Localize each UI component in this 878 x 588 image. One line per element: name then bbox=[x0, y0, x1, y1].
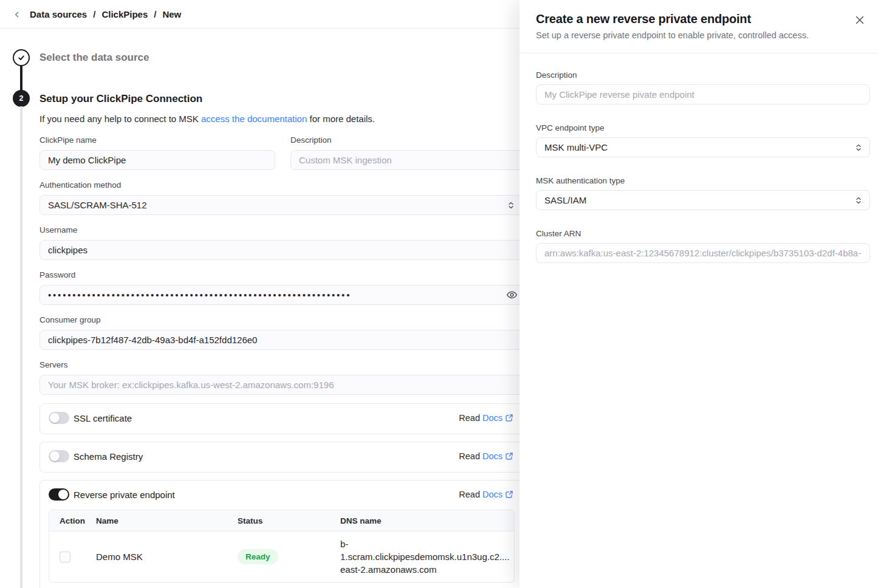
ssl-certificate-toggle[interactable] bbox=[49, 412, 69, 424]
reverse-private-endpoint-toggle[interactable] bbox=[49, 488, 69, 501]
chevron-updown-icon bbox=[855, 196, 862, 205]
authentication-method-label: Authentication method bbox=[39, 180, 121, 190]
servers-input[interactable] bbox=[39, 375, 523, 395]
status-badge: Ready bbox=[238, 549, 278, 564]
help-text: If you need any help to connect to MSK a… bbox=[39, 114, 375, 124]
panel-body: Description VPC endpoint type MSK multi-… bbox=[520, 53, 878, 263]
table-row: Demo MSK Ready b- 1.scram.clickpipesdemo… bbox=[49, 532, 514, 582]
dns-name: b- 1.scram.clickpipesdemomsk.u1n3ug.c2..… bbox=[340, 532, 514, 582]
check-icon bbox=[17, 53, 26, 62]
external-link-icon bbox=[505, 490, 513, 499]
servers-label: Servers bbox=[39, 360, 68, 369]
description-input[interactable] bbox=[290, 150, 523, 170]
chevron-updown-icon bbox=[507, 201, 515, 210]
chevron-updown-icon bbox=[855, 143, 862, 152]
reverse-endpoint-docs-link[interactable]: Docs bbox=[482, 490, 502, 499]
breadcrumb-new: New bbox=[162, 9, 181, 19]
read-text: Read bbox=[459, 413, 480, 423]
read-text: Read bbox=[459, 490, 480, 499]
create-reverse-endpoint-panel: Create a new reverse private endpoint Se… bbox=[520, 0, 878, 588]
description-label: Description bbox=[290, 135, 332, 145]
step-connector bbox=[20, 106, 22, 588]
endpoint-table-header: Action Name Status DNS name bbox=[49, 510, 514, 532]
breadcrumb: Data sources / ClickPipes / New bbox=[30, 0, 181, 28]
close-icon bbox=[856, 16, 864, 24]
password-label: Password bbox=[39, 270, 75, 279]
breadcrumb-separator: / bbox=[93, 9, 95, 19]
close-button[interactable] bbox=[854, 15, 865, 26]
dns-line: 1.scram.clickpipesdemomsk.u1n3ug.c2.... bbox=[340, 550, 509, 563]
back-button[interactable] bbox=[10, 7, 24, 22]
chevron-left-icon bbox=[13, 10, 21, 19]
msk-authentication-type-value: SASL/IAM bbox=[544, 195, 586, 205]
step-2-title: Setup your ClickPipe Connection bbox=[39, 93, 202, 105]
consumer-group-label: Consumer group bbox=[39, 315, 101, 324]
msk-authentication-type-select[interactable]: SASL/IAM bbox=[536, 190, 870, 210]
column-header-action: Action bbox=[60, 516, 96, 525]
ssl-certificate-label: SSL certificate bbox=[74, 413, 132, 423]
breadcrumb-separator: / bbox=[154, 9, 156, 19]
schema-registry-toggle[interactable] bbox=[49, 450, 69, 462]
dns-line: east-2.amazonaws.com bbox=[340, 563, 509, 576]
panel-header: Create a new reverse private endpoint Se… bbox=[520, 0, 878, 53]
column-header-dns: DNS name bbox=[340, 516, 514, 525]
read-text: Read bbox=[459, 451, 480, 461]
endpoint-table: Action Name Status DNS name Demo MSK Rea… bbox=[49, 510, 515, 583]
documentation-link[interactable]: access the documentation bbox=[201, 114, 307, 124]
panel-description-input[interactable] bbox=[536, 84, 870, 104]
external-link-icon bbox=[505, 452, 513, 460]
step-1-indicator bbox=[13, 49, 30, 66]
ssl-docs-link[interactable]: Docs bbox=[482, 413, 502, 423]
msk-authentication-type-label: MSK authentication type bbox=[536, 176, 870, 185]
authentication-method-value: SASL/SCRAM-SHA-512 bbox=[48, 200, 147, 210]
vpc-endpoint-type-label: VPC endpoint type bbox=[536, 123, 870, 132]
column-header-name: Name bbox=[96, 516, 238, 525]
cluster-arn-label: Cluster ARN bbox=[536, 229, 870, 238]
clickpipe-name-label: ClickPipe name bbox=[39, 135, 97, 145]
eye-icon[interactable] bbox=[506, 289, 518, 301]
breadcrumb-clickpipes[interactable]: ClickPipes bbox=[101, 9, 148, 19]
step-connector bbox=[20, 66, 22, 91]
schema-registry-docs-link[interactable]: Docs bbox=[482, 451, 502, 461]
vpc-endpoint-type-select[interactable]: MSK multi-VPC bbox=[536, 137, 870, 157]
password-input[interactable] bbox=[39, 285, 523, 305]
step-2-number: 2 bbox=[19, 94, 24, 103]
dns-line: b- bbox=[340, 538, 509, 550]
clickpipe-name-input[interactable] bbox=[39, 150, 275, 170]
help-prefix: If you need any help to connect to MSK bbox=[39, 114, 201, 124]
help-suffix: for more details. bbox=[307, 114, 375, 124]
vpc-endpoint-type-value: MSK multi-VPC bbox=[544, 142, 608, 152]
clickpipes-setup-page: Data sources / ClickPipes / New 2 Select… bbox=[0, 0, 878, 588]
panel-subtitle: Set up a reverse private endpoint to ena… bbox=[536, 30, 844, 40]
username-input[interactable] bbox=[39, 240, 523, 260]
step-2-indicator: 2 bbox=[13, 90, 30, 107]
schema-registry-card: Schema Registry Read Docs bbox=[39, 442, 523, 473]
breadcrumb-data-sources[interactable]: Data sources bbox=[30, 9, 87, 19]
consumer-group-input[interactable] bbox=[39, 330, 523, 350]
username-label: Username bbox=[39, 225, 77, 234]
reverse-private-endpoint-card: Reverse private endpoint Read Docs Actio… bbox=[39, 480, 523, 588]
step-1-title: Select the data source bbox=[39, 52, 149, 64]
reverse-private-endpoint-label: Reverse private endpoint bbox=[74, 490, 175, 500]
endpoint-name: Demo MSK bbox=[96, 552, 238, 562]
authentication-method-select[interactable]: SASL/SCRAM-SHA-512 bbox=[39, 195, 523, 215]
column-header-status: Status bbox=[238, 516, 340, 525]
row-checkbox[interactable] bbox=[60, 552, 70, 562]
ssl-certificate-card: SSL certificate Read Docs bbox=[39, 403, 523, 434]
external-link-icon bbox=[505, 414, 513, 422]
panel-title: Create a new reverse private endpoint bbox=[536, 12, 844, 26]
cluster-arn-input[interactable] bbox=[536, 243, 870, 263]
panel-description-label: Description bbox=[536, 70, 870, 80]
schema-registry-label: Schema Registry bbox=[74, 451, 143, 462]
